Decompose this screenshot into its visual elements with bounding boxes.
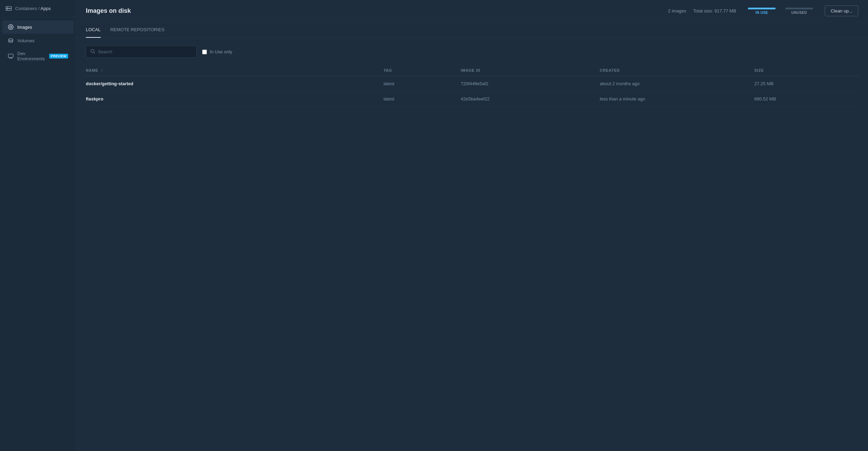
sidebar-item-dev-label: Dev Environments — [17, 51, 45, 61]
inuse-checkbox[interactable] — [202, 50, 207, 54]
sidebar-item-volumes-label: Volumes — [17, 38, 35, 43]
svg-line-11 — [94, 52, 95, 54]
svg-point-5 — [10, 26, 12, 28]
header-meta: 2 images Total size: 917.77 MB IN USE UN… — [668, 6, 858, 16]
sidebar-header[interactable]: Containers / Apps — [0, 0, 76, 17]
total-size: Total size: 917.77 MB — [693, 8, 736, 14]
col-header-size[interactable]: SIZE — [750, 65, 859, 76]
col-header-name[interactable]: NAME ↑ — [86, 65, 379, 76]
table-header: NAME ↑ TAG IMAGE ID CREATED SIZE — [86, 65, 858, 76]
sidebar-item-images[interactable]: Images — [2, 20, 74, 34]
svg-rect-7 — [8, 54, 13, 58]
sidebar: Containers / Apps Images Volume — [0, 0, 76, 451]
inuse-bar — [748, 8, 776, 9]
legend-inuse: IN USE — [743, 6, 780, 16]
tab-remote-repositories[interactable]: REMOTE REPOSITORIES — [110, 22, 165, 38]
search-input[interactable] — [98, 49, 192, 54]
unused-bar — [785, 8, 813, 9]
cell-tag: latest — [379, 76, 456, 91]
inuse-label: IN USE — [756, 11, 768, 15]
cell-created: less than a minute ago — [596, 91, 750, 107]
sidebar-navigation: Images Volumes Dev Environ — [0, 17, 76, 68]
cell-name: docker/getting-started — [86, 76, 379, 91]
content-area: In Use only NAME ↑ TAG IMAGE ID CREATED … — [76, 38, 868, 451]
filter-row: In Use only — [86, 46, 858, 58]
cell-tag: latest — [379, 91, 456, 107]
legend-unused: UNUSED — [780, 6, 818, 16]
svg-point-6 — [9, 39, 13, 41]
cell-created: about 2 months ago — [596, 76, 750, 91]
preview-badge: PREVIEW — [49, 54, 68, 59]
page-title: Images on disk — [86, 7, 131, 15]
sidebar-item-images-label: Images — [17, 25, 32, 30]
sidebar-item-dev-environments[interactable]: Dev Environments PREVIEW — [2, 47, 74, 65]
images-table: NAME ↑ TAG IMAGE ID CREATED SIZE docker/… — [86, 65, 858, 107]
col-header-created[interactable]: CREATED — [596, 65, 750, 76]
sidebar-header-label: Containers / Apps — [15, 6, 51, 11]
dev-icon — [8, 53, 14, 59]
main-content: Images on disk 2 images Total size: 917.… — [76, 0, 868, 451]
table-body: docker/getting-started latest 720f449e5a… — [86, 76, 858, 107]
cleanup-button[interactable]: Clean up... — [825, 6, 858, 16]
col-header-image-id[interactable]: IMAGE ID — [456, 65, 596, 76]
search-box[interactable] — [86, 46, 197, 58]
sort-icon: ↑ — [101, 68, 103, 72]
col-header-tag[interactable]: TAG — [379, 65, 456, 76]
cell-size: 890.52 MB — [750, 91, 859, 107]
sidebar-item-volumes[interactable]: Volumes — [2, 34, 74, 47]
unused-label: UNUSED — [792, 11, 807, 15]
cell-image-id: 42e5ba4eef22 — [456, 91, 596, 107]
inuse-filter-label[interactable]: In Use only — [210, 49, 232, 54]
svg-rect-1 — [6, 9, 11, 10]
cell-name: flaskpro — [86, 91, 379, 107]
cell-image-id: 720f449e5af2 — [456, 76, 596, 91]
containers-icon — [6, 5, 12, 12]
svg-point-4 — [8, 25, 13, 29]
svg-rect-0 — [6, 7, 11, 8]
tab-local[interactable]: LOCAL — [86, 22, 101, 38]
search-icon — [90, 49, 95, 55]
images-icon — [8, 24, 14, 30]
table-row[interactable]: flaskpro latest 42e5ba4eef22 less than a… — [86, 91, 858, 107]
images-count: 2 images — [668, 8, 686, 14]
inuse-filter: In Use only — [202, 49, 232, 54]
main-header: Images on disk 2 images Total size: 917.… — [76, 0, 868, 22]
usage-legend: IN USE UNUSED — [743, 6, 818, 16]
tabs: LOCAL REMOTE REPOSITORIES — [76, 22, 868, 38]
volumes-icon — [8, 37, 14, 44]
table-row[interactable]: docker/getting-started latest 720f449e5a… — [86, 76, 858, 91]
cell-size: 27.25 MB — [750, 76, 859, 91]
